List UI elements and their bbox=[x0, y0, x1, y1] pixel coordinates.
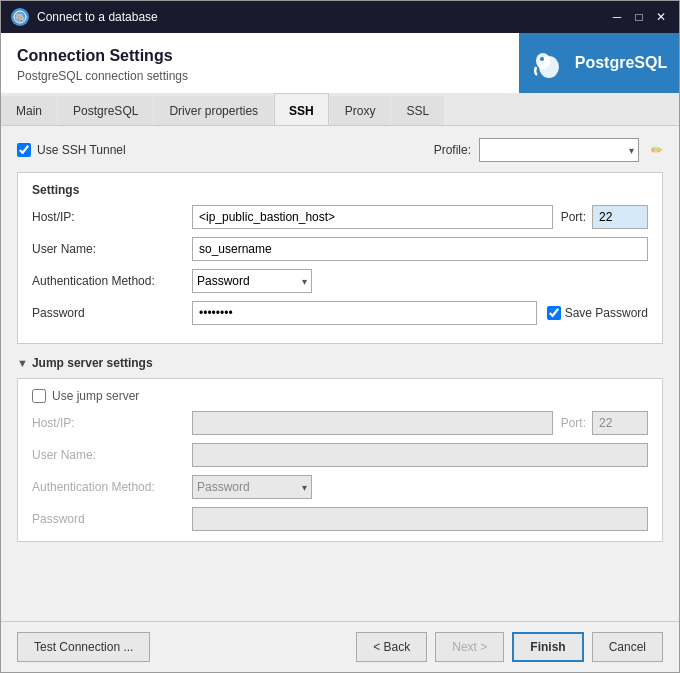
jump-host-row: Host/IP: Port: bbox=[32, 411, 648, 435]
password-label: Password bbox=[32, 306, 192, 320]
profile-label: Profile: bbox=[434, 143, 471, 157]
jump-port-input[interactable] bbox=[592, 411, 648, 435]
main-window: 🐘 Connect to a database ─ □ ✕ Connection… bbox=[0, 0, 680, 673]
profile-row: Profile: ▾ ✏ bbox=[434, 138, 663, 162]
test-connection-button[interactable]: Test Connection ... bbox=[17, 632, 150, 662]
jump-host-label: Host/IP: bbox=[32, 416, 192, 430]
cancel-button[interactable]: Cancel bbox=[592, 632, 663, 662]
auth-combo-arrow: ▾ bbox=[302, 276, 307, 287]
password-input[interactable] bbox=[192, 301, 537, 325]
tab-ssl[interactable]: SSL bbox=[391, 96, 444, 125]
jump-server-box: Use jump server Host/IP: Port: User Name… bbox=[17, 378, 663, 542]
host-label: Host/IP: bbox=[32, 210, 192, 224]
username-label: User Name: bbox=[32, 242, 192, 256]
titlebar: 🐘 Connect to a database ─ □ ✕ bbox=[1, 1, 679, 33]
ssh-tunnel-row: Use SSH Tunnel Profile: ▾ ✏ bbox=[17, 138, 663, 162]
use-ssh-label: Use SSH Tunnel bbox=[37, 143, 126, 157]
profile-edit-icon[interactable]: ✏ bbox=[651, 142, 663, 158]
profile-combo[interactable]: ▾ bbox=[479, 138, 639, 162]
footer: Test Connection ... < Back Next > Finish… bbox=[1, 621, 679, 672]
jump-password-input[interactable] bbox=[192, 507, 648, 531]
jump-auth-row: Authentication Method: Password ▾ bbox=[32, 475, 648, 499]
back-button[interactable]: < Back bbox=[356, 632, 427, 662]
connection-settings-title: Connection Settings bbox=[17, 47, 503, 65]
jump-auth-combo[interactable]: Password ▾ bbox=[192, 475, 312, 499]
svg-point-4 bbox=[540, 57, 544, 61]
username-row: User Name: bbox=[32, 237, 648, 261]
host-input[interactable] bbox=[192, 205, 553, 229]
profile-combo-arrow: ▾ bbox=[629, 145, 634, 156]
svg-point-3 bbox=[536, 53, 550, 69]
jump-server-header: ▼ Jump server settings bbox=[17, 356, 663, 370]
jump-username-label: User Name: bbox=[32, 448, 192, 462]
auth-method-row: Authentication Method: Password ▾ bbox=[32, 269, 648, 293]
port-input[interactable] bbox=[592, 205, 648, 229]
settings-title: Settings bbox=[32, 183, 648, 197]
tab-ssh[interactable]: SSH bbox=[274, 93, 329, 125]
jump-auth-value: Password bbox=[197, 480, 250, 494]
jump-port-label: Port: bbox=[561, 416, 586, 430]
ssh-tunnel-left: Use SSH Tunnel bbox=[17, 143, 126, 157]
save-password-label: Save Password bbox=[565, 306, 648, 320]
jump-auth-label: Authentication Method: bbox=[32, 480, 192, 494]
jump-server-title: Jump server settings bbox=[32, 356, 153, 370]
content-area: Use SSH Tunnel Profile: ▾ ✏ Settings Hos… bbox=[1, 126, 679, 621]
tab-driver[interactable]: Driver properties bbox=[154, 96, 273, 125]
auth-method-label: Authentication Method: bbox=[32, 274, 192, 288]
minimize-button[interactable]: ─ bbox=[609, 9, 625, 25]
use-jump-row: Use jump server bbox=[32, 389, 648, 403]
header: Connection Settings PostgreSQL connectio… bbox=[1, 33, 679, 93]
host-row: Host/IP: Port: bbox=[32, 205, 648, 229]
settings-section: Settings Host/IP: Port: User Name: Authe… bbox=[17, 172, 663, 344]
header-logo: PostgreSQL bbox=[519, 33, 679, 93]
use-jump-label: Use jump server bbox=[52, 389, 139, 403]
jump-auth-arrow: ▾ bbox=[302, 482, 307, 493]
maximize-button[interactable]: □ bbox=[631, 9, 647, 25]
svg-text:🐘: 🐘 bbox=[15, 12, 27, 24]
jump-server-section: ▼ Jump server settings Use jump server H… bbox=[17, 356, 663, 542]
tabs-bar: Main PostgreSQL Driver properties SSH Pr… bbox=[1, 93, 679, 126]
use-jump-checkbox[interactable] bbox=[32, 389, 46, 403]
header-left: Connection Settings PostgreSQL connectio… bbox=[1, 33, 519, 93]
close-button[interactable]: ✕ bbox=[653, 9, 669, 25]
password-row: Password Save Password bbox=[32, 301, 648, 325]
connection-settings-subtitle: PostgreSQL connection settings bbox=[17, 69, 503, 83]
username-input[interactable] bbox=[192, 237, 648, 261]
save-password-group: Save Password bbox=[547, 306, 648, 320]
tab-proxy[interactable]: Proxy bbox=[330, 96, 391, 125]
tab-postgresql[interactable]: PostgreSQL bbox=[58, 96, 153, 125]
jump-host-input[interactable] bbox=[192, 411, 553, 435]
window-controls: ─ □ ✕ bbox=[609, 9, 669, 25]
save-password-checkbox[interactable] bbox=[547, 306, 561, 320]
elephant-icon bbox=[531, 45, 567, 81]
auth-method-value: Password bbox=[197, 274, 250, 288]
jump-password-row: Password bbox=[32, 507, 648, 531]
port-label: Port: bbox=[561, 210, 586, 224]
app-icon: 🐘 bbox=[11, 8, 29, 26]
jump-password-label: Password bbox=[32, 512, 192, 526]
next-button[interactable]: Next > bbox=[435, 632, 504, 662]
jump-arrow-icon: ▼ bbox=[17, 357, 28, 369]
logo-text: PostgreSQL bbox=[575, 54, 667, 72]
jump-username-input[interactable] bbox=[192, 443, 648, 467]
auth-method-combo[interactable]: Password ▾ bbox=[192, 269, 312, 293]
tab-main[interactable]: Main bbox=[1, 96, 57, 125]
window-title: Connect to a database bbox=[37, 10, 609, 24]
use-ssh-checkbox[interactable] bbox=[17, 143, 31, 157]
jump-username-row: User Name: bbox=[32, 443, 648, 467]
finish-button[interactable]: Finish bbox=[512, 632, 583, 662]
